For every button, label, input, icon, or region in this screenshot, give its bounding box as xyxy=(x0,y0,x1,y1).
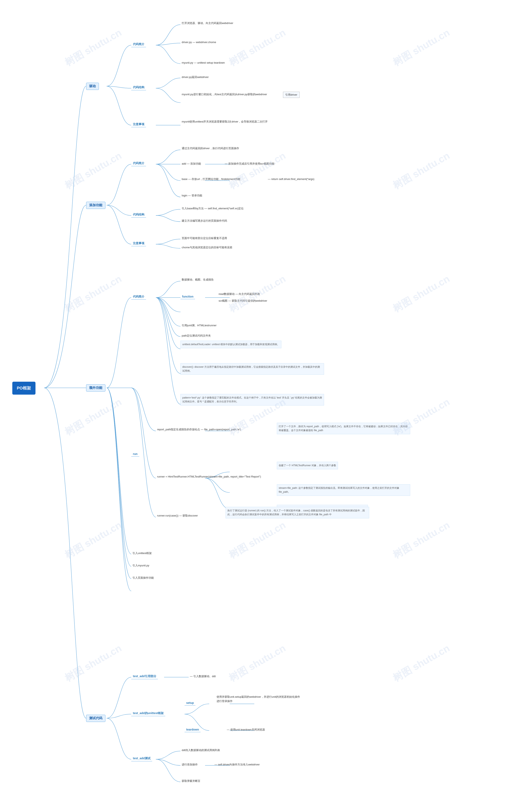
cs-setup-item1: 使用并获取unit.setup返回的webdriver，并进行unit的浏览器初… xyxy=(215,694,301,704)
cs-testadd-label: test_add测试 xyxy=(133,757,151,760)
line-root-ceshi xyxy=(44,388,86,718)
qd-jianjie-label: 代码简介 xyxy=(133,43,145,46)
run-reportpath: report_path指定生成报告的存放站点 — file_path=open(… xyxy=(156,427,242,432)
watermark-5: 树图 shutu.cn xyxy=(227,149,288,192)
line-tj-zhuyi-1 xyxy=(156,239,180,244)
line-ew-jianjie xyxy=(107,297,131,388)
cs-yinyong-item1: — 引入数据驱动、ddt xyxy=(189,674,217,679)
line-ew-last4 xyxy=(107,388,131,591)
line-cs-unittest xyxy=(107,714,131,718)
ew-path: path定位测试代码文件夹 xyxy=(180,333,212,338)
ew-junit: 引用junit测、HTMLtestrunner xyxy=(180,323,218,328)
qd-jiegou-item1: driver.py返回webdriver xyxy=(180,74,210,80)
watermark-9: 树图 shutu.cn xyxy=(391,272,452,315)
watermark-17: 树图 shutu.cn xyxy=(227,642,288,685)
ew-discover1: unittest.defaultTestLoader: unittest 模块中… xyxy=(180,341,281,348)
cat-tianjia: 添加功能 xyxy=(86,202,105,209)
line-testadd-3 xyxy=(156,759,180,782)
tj-base-sub: — return self.driver.find_element(*args) xyxy=(267,176,316,182)
tj-jiegou-item1: 引入base和by方法 — self.find_element(*self.xx… xyxy=(180,206,245,211)
qd-jiegou-label: 代码结构 xyxy=(133,86,145,89)
qd-jianjie-item3: myunit.py — unittest setup teardown xyxy=(180,60,226,65)
line-qd-jianjie xyxy=(107,45,131,86)
line-tj-jianjie xyxy=(107,164,131,205)
tj-jianjie-label: 代码简介 xyxy=(133,162,145,165)
qd-jiegou-item2: myunit.py进行窗口初始化，向test主代码返回从driver.py获取的… xyxy=(180,92,268,97)
line-run-1 xyxy=(131,388,156,431)
qd-zhuyi-label: 注意事项 xyxy=(133,122,145,126)
cat-qudon-label: 驱动 xyxy=(89,84,96,88)
qd-jianjie-item2: driver.py — webdriver.chome xyxy=(180,40,217,45)
qd-zhuyi-item1: myunit使用unittest开关浏览器需要获取2次driver，会导致浏览器… xyxy=(180,119,269,124)
line-tj-zhuyi-2 xyxy=(156,244,180,248)
run-runner-detail2: stream=file_path: 这个参数指定了测试报告的输出流。即将测试结果… xyxy=(277,484,410,496)
l2-qd-jianjie: 代码简介 xyxy=(131,42,146,47)
watermark-10: 树图 shutu.cn xyxy=(62,396,124,439)
line-jianjie-1 xyxy=(156,25,180,45)
run-runner-detail1: 创建了一个 HTMLTestRunner 对象，并传入两个参数 xyxy=(277,462,338,469)
mindmap-container: PO框架 驱动 代码简介 打开浏览器、驱动、向主代码返回webdriver dr… xyxy=(0,0,525,16)
line-qd-zhuyi xyxy=(107,86,131,125)
line-tj-jianjie-1 xyxy=(156,150,180,164)
line-jianjie-2 xyxy=(156,43,180,45)
watermark-18: 树图 shutu.cn xyxy=(391,642,452,685)
l2-qd-jiegou: 代码结构 xyxy=(131,85,146,90)
line-run-2 xyxy=(131,388,156,478)
line-ew-junit xyxy=(156,297,180,326)
watermark-3: 树图 shutu.cn xyxy=(391,26,452,69)
cs-yinyong-label: test_add引用部分 xyxy=(133,675,156,678)
run-runnerrun: runner.run(case()) — 获取discover xyxy=(156,513,199,518)
tj-zhuyi-item1: 页面中可能有部分定位目标重复不适用 xyxy=(180,236,228,241)
line-tj-zhuyi xyxy=(107,205,131,244)
line-tj-jianjie-4 xyxy=(156,164,180,197)
ew-discover3: pattern='test*.py': 这个参数指定了要匹配的文件名模式。在这个… xyxy=(180,394,324,405)
line-ew-last3 xyxy=(107,388,131,579)
qd-jianjie-item1: 打开浏览器、驱动、向主代码返回webdriver xyxy=(180,20,235,26)
line-cs-testadd xyxy=(107,718,131,759)
l2-cs-testadd: test_add测试 xyxy=(131,756,152,761)
ew-jianjie-item1: 数据驱动、截图、生成报告 xyxy=(180,277,215,282)
line-ew-last2 xyxy=(107,388,131,566)
line-jianjie-3 xyxy=(156,45,180,64)
watermark-15: 树图 shutu.cn xyxy=(391,519,452,562)
l2-cs-unittest: test_add的unittest框架 xyxy=(131,711,165,716)
watermark-13: 树图 shutu.cn xyxy=(62,519,124,562)
tj-jianjie-add: add — 添加功能 xyxy=(180,161,202,166)
line-ew-discover3 xyxy=(156,297,180,404)
root-node: PO框架 xyxy=(12,382,35,395)
line-root-qudon xyxy=(44,86,86,388)
qd-yinyongdriver: 引用driver xyxy=(283,92,300,98)
line-jiegou-2 xyxy=(156,88,180,103)
line-ew-ji-1 xyxy=(156,281,180,297)
tj-add-sub: — 添加操作完成后引用并使用scr截图功能 xyxy=(224,161,275,166)
tj-jianjie-item1: 通过主代码返回的driver，执行代码进行页面操作 xyxy=(180,146,240,151)
cat-qudon: 驱动 xyxy=(86,83,99,90)
ew-function-node: function xyxy=(180,294,195,299)
ew-function-scr: scr截图 — 获取主代码引提供的webdriver xyxy=(217,298,268,304)
line-tj-jiegou-1 xyxy=(156,209,180,216)
cat-ceshi: 测试代码 xyxy=(86,715,105,722)
watermark-2: 树图 shutu.cn xyxy=(227,26,288,69)
line-ew-last1 xyxy=(107,388,131,554)
watermark-7: 树图 shutu.cn xyxy=(62,272,124,315)
line-tj-jianjie-3 xyxy=(156,164,180,181)
ew-jianjie-label: 代码简介 xyxy=(133,295,145,298)
cs-teardown-item1: — 使用unit.teardown关闭浏览器 xyxy=(226,727,266,733)
ew-last3: 引入页面操作功能 xyxy=(131,575,155,580)
cs-unittest-label: test_add的unittest框架 xyxy=(133,711,164,715)
watermark-14: 树图 shutu.cn xyxy=(227,519,288,562)
l2-qd-zhuyi: 注意事项 xyxy=(131,122,146,127)
line-cs-yinyong xyxy=(107,677,131,718)
cat-ceshi-label: 测试代码 xyxy=(89,717,102,720)
cat-tianjia-label: 添加功能 xyxy=(89,203,102,207)
root-label: PO框架 xyxy=(17,386,31,390)
line-runner-sub3 xyxy=(205,478,230,509)
line-ew-discover1 xyxy=(156,297,180,349)
line-testadd-1 xyxy=(156,751,180,759)
watermark-1: 树图 shutu.cn xyxy=(62,26,124,69)
ew-discover2: discover(): discover 方法用于遍历地从指定路径中加载测试用例… xyxy=(180,363,324,375)
tj-zhuyi-item2: chome与其他浏览器定位的目标可能有误差 xyxy=(180,245,234,250)
line-ew-scr xyxy=(156,297,180,312)
l2-cs-yinyong: test_add引用部分 xyxy=(131,674,158,679)
cs-testadd-item1: ddt传入数据驱动的测试用例列表 xyxy=(180,748,221,753)
